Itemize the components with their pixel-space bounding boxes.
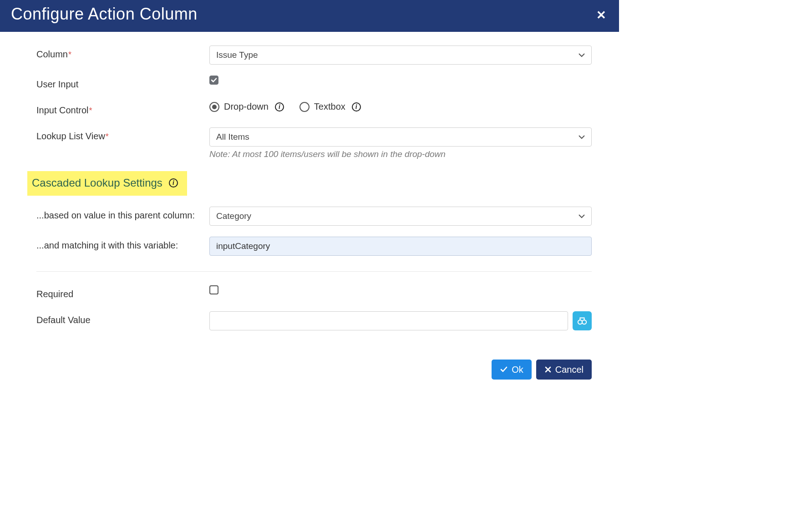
ok-button-label: Ok bbox=[512, 365, 523, 375]
column-select[interactable] bbox=[209, 46, 592, 65]
input-control-radio-group: Drop-down i Textbox i bbox=[209, 101, 592, 112]
required-asterisk: * bbox=[89, 106, 92, 115]
label-default-value: Default Value bbox=[36, 311, 209, 326]
label-matching-variable: ...and matching it with this variable: bbox=[36, 237, 209, 252]
svg-point-1 bbox=[582, 320, 586, 324]
divider bbox=[36, 271, 592, 272]
label-user-input: User Input bbox=[36, 76, 209, 91]
radio-icon bbox=[299, 102, 310, 112]
dialog-footer: Ok Cancel bbox=[0, 350, 619, 391]
required-asterisk: * bbox=[68, 50, 71, 59]
radio-icon bbox=[209, 102, 219, 112]
label-input-control-text: Input Control bbox=[36, 105, 89, 115]
label-lookup-list-view-text: Lookup List View bbox=[36, 131, 105, 141]
info-icon[interactable]: i bbox=[169, 178, 178, 187]
row-lookup-list-view: Lookup List View* Note: At most 100 item… bbox=[36, 127, 592, 159]
column-select-wrap bbox=[209, 46, 592, 65]
svg-point-0 bbox=[578, 320, 582, 324]
lookup-list-view-select-wrap bbox=[209, 127, 592, 147]
cancel-button[interactable]: Cancel bbox=[536, 360, 592, 380]
default-value-lookup-button[interactable] bbox=[573, 311, 592, 330]
row-input-control: Input Control* Drop-down i Textbox i bbox=[36, 101, 592, 117]
radio-textbox[interactable]: Textbox i bbox=[299, 101, 361, 112]
label-parent-column: ...based on value in this parent column: bbox=[36, 207, 209, 222]
lookup-list-view-select[interactable] bbox=[209, 127, 592, 147]
dialog-titlebar: Configure Action Column ✕ bbox=[0, 0, 619, 32]
label-column-text: Column bbox=[36, 49, 68, 59]
radio-dropdown-label: Drop-down bbox=[224, 101, 269, 112]
ok-button[interactable]: Ok bbox=[492, 360, 532, 380]
info-icon[interactable]: i bbox=[275, 102, 284, 111]
check-icon bbox=[500, 365, 508, 374]
parent-column-select[interactable] bbox=[209, 207, 592, 226]
cascaded-section: Cascaded Lookup Settings i bbox=[36, 162, 592, 207]
row-required: Required bbox=[36, 285, 592, 300]
lookup-note: Note: At most 100 items/users will be sh… bbox=[209, 149, 592, 159]
cancel-button-label: Cancel bbox=[555, 365, 584, 375]
cascaded-heading-text: Cascaded Lookup Settings bbox=[32, 177, 162, 189]
label-input-control: Input Control* bbox=[36, 101, 209, 117]
row-parent-column: ...based on value in this parent column: bbox=[36, 207, 592, 226]
required-asterisk: * bbox=[106, 132, 109, 141]
row-user-input: User Input bbox=[36, 76, 592, 91]
label-column: Column* bbox=[36, 46, 209, 61]
row-column: Column* bbox=[36, 46, 592, 65]
cascaded-lookup-settings-heading: Cascaded Lookup Settings i bbox=[27, 171, 187, 196]
radio-textbox-label: Textbox bbox=[314, 101, 345, 112]
configure-action-column-dialog: Configure Action Column ✕ Column* User I… bbox=[0, 0, 619, 391]
label-required: Required bbox=[36, 285, 209, 300]
close-icon[interactable]: ✕ bbox=[596, 7, 608, 21]
label-lookup-list-view: Lookup List View* bbox=[36, 127, 209, 142]
user-input-checkbox[interactable] bbox=[209, 76, 218, 85]
dialog-title: Configure Action Column bbox=[11, 5, 198, 24]
check-icon bbox=[211, 77, 217, 83]
close-icon bbox=[544, 366, 552, 373]
parent-column-select-wrap bbox=[209, 207, 592, 226]
row-matching-variable: ...and matching it with this variable: bbox=[36, 237, 592, 256]
binoculars-icon bbox=[577, 316, 587, 326]
matching-variable-input[interactable] bbox=[209, 237, 592, 256]
radio-dropdown[interactable]: Drop-down i bbox=[209, 101, 284, 112]
default-value-input[interactable] bbox=[209, 311, 568, 330]
dialog-body: Column* User Input bbox=[0, 32, 619, 350]
required-checkbox[interactable] bbox=[209, 285, 218, 294]
row-default-value: Default Value bbox=[36, 311, 592, 330]
info-icon[interactable]: i bbox=[352, 102, 361, 111]
